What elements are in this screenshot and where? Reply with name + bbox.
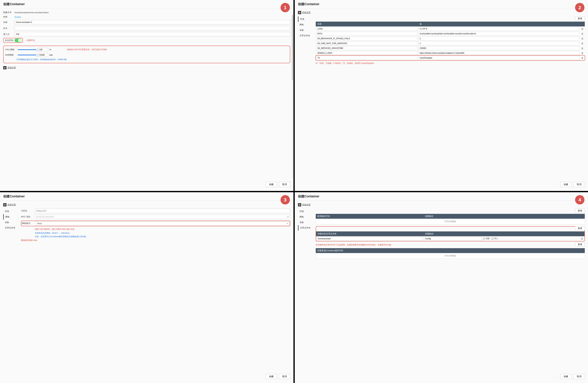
hostname-input[interactable] xyxy=(35,209,290,213)
cancel-button[interactable]: 取消 xyxy=(279,374,290,379)
shuffle-icon[interactable]: ⇄ xyxy=(287,216,289,218)
empty-row: 尚无任何数据 xyxy=(316,219,585,224)
scrollbar[interactable] xyxy=(292,15,293,179)
env-key-input[interactable] xyxy=(316,32,417,36)
env-val-input[interactable] xyxy=(419,51,579,55)
settings-sidebar: 环境 网络 设备 共享文件夹 xyxy=(298,209,314,230)
sidebar-item-net[interactable]: 网络 xyxy=(298,214,314,220)
sidebar-item-dev[interactable]: 设备 xyxy=(3,220,19,225)
entry-input[interactable] xyxy=(15,32,290,36)
mode-instruction: 网络模式选择 Host xyxy=(21,239,290,242)
cmd-input[interactable] xyxy=(15,26,290,30)
add-env-button[interactable]: 新增 xyxy=(575,17,585,21)
add-volume-button[interactable]: 新增 xyxy=(575,209,585,213)
label-mem: 内存限制 xyxy=(5,54,17,57)
add-share-button-2[interactable]: 新增 xyxy=(575,242,585,247)
sidebar-item-share[interactable]: 共享文件夹 xyxy=(298,225,314,230)
share-src-input[interactable] xyxy=(317,237,423,241)
env-key-input[interactable] xyxy=(316,51,417,55)
sidebar-item-dev[interactable]: 设备 xyxy=(298,27,314,33)
sidebar-item-share[interactable]: 共享文件夹 xyxy=(3,225,19,230)
share-note: 在挂载本机共享文件夹下点击新增，左侧选择最开始创建的文件夹地址，右侧填写/con… xyxy=(316,244,574,246)
env-key-input[interactable] xyxy=(316,41,417,45)
write-label: 写入 xyxy=(494,237,498,240)
env-key-input[interactable] xyxy=(316,37,417,40)
env-val-input[interactable] xyxy=(419,32,579,36)
share-table: 挂载本机共享文件夹 挂载路径 ✓ 读取 ✓ 写入 xyxy=(316,231,585,241)
value-kind[interactable]: Docker xyxy=(15,16,21,18)
env-row: 🗑 xyxy=(316,56,585,60)
trash-icon[interactable]: 🗑 xyxy=(580,237,584,240)
advanced-settings-link[interactable]: 高级设置 xyxy=(7,66,16,69)
env-val-input[interactable] xyxy=(419,56,579,60)
env-key-input[interactable] xyxy=(316,27,417,31)
env-val-input[interactable] xyxy=(419,37,579,40)
advanced-settings-link[interactable]: 高级设置 xyxy=(302,11,311,14)
sidebar-item-net[interactable]: 网络 xyxy=(3,214,19,220)
sidebar-item-share[interactable]: 共享文件夹 xyxy=(298,33,314,38)
dialog-title: 创建Container xyxy=(298,2,319,6)
dialog-header: 创建Container × xyxy=(295,0,588,8)
network-mode-select[interactable]: Host ▾ xyxy=(36,221,289,226)
advanced-settings-link[interactable]: 高级设置 xyxy=(7,203,16,206)
sidebar-item-env[interactable]: 环境 xyxy=(298,209,314,214)
env-val-input[interactable] xyxy=(419,41,579,45)
cpu-input[interactable] xyxy=(39,48,48,51)
cancel-button[interactable]: 取消 xyxy=(279,182,290,187)
label-image: 镜像文件 xyxy=(3,11,15,14)
mem-slider[interactable] xyxy=(18,55,37,55)
add-share-button[interactable]: 新增 xyxy=(575,226,585,230)
env-row: 🗑 xyxy=(316,51,585,56)
panel-2: 2 创建Container × ✿ 高级设置 环境 网络 设备 共享文件夹 新增 xyxy=(295,0,588,191)
sidebar-item-net[interactable]: 网络 xyxy=(298,22,314,27)
create-button[interactable]: 创建 xyxy=(266,374,277,379)
label-entry: 进入点 xyxy=(3,33,15,36)
cpu-slider[interactable] xyxy=(18,49,37,50)
table-header: 挂载本机共享文件夹 挂载路径 xyxy=(316,231,585,236)
share-dst-input[interactable] xyxy=(424,237,482,241)
col-right: 挂载路径 xyxy=(423,231,585,236)
cancel-button[interactable]: 取消 xyxy=(573,182,585,187)
trash-icon[interactable]: 🗑 xyxy=(581,28,584,30)
name-input[interactable] xyxy=(15,20,290,24)
env-val-input[interactable] xyxy=(419,46,579,50)
autostart-note: 一定要开启 xyxy=(25,39,35,41)
env-val-input[interactable] xyxy=(419,27,579,31)
create-button[interactable]: 创建 xyxy=(266,182,277,187)
table-header: 名称 值 xyxy=(316,22,585,26)
trash-icon[interactable]: 🗑 xyxy=(581,47,584,50)
env-key-input[interactable] xyxy=(316,46,417,50)
gear-icon: ✿ xyxy=(3,66,6,69)
env-key-input[interactable] xyxy=(316,56,417,60)
env-row: 🗑 xyxy=(316,41,585,46)
mem-input[interactable] xyxy=(39,53,48,57)
env-row: 🗑 xyxy=(316,26,585,31)
col-right: 挂载路径 xyxy=(423,214,585,219)
read-checkbox[interactable]: ✓ xyxy=(483,238,485,240)
label-mode: 网络模式 xyxy=(22,222,36,225)
trash-icon[interactable]: 🗑 xyxy=(581,37,584,40)
trash-icon[interactable]: 🗑 xyxy=(581,32,584,35)
cancel-button[interactable]: 取消 xyxy=(573,374,585,379)
sidebar-item-env[interactable]: 环境 xyxy=(298,17,314,22)
sidebar-item-dev[interactable]: 设备 xyxy=(298,220,314,225)
label-kind: 种类 xyxy=(3,16,15,18)
read-label: 读取 xyxy=(486,237,490,240)
advanced-settings-link[interactable]: 高级设置 xyxy=(302,203,311,206)
limits-note-red: 根据自己的 NAS 配置自定，也可以默认不更改 xyxy=(67,48,107,51)
label-hostname: 主机名 xyxy=(21,209,35,212)
share-row: ✓ 读取 ✓ 写入 🗑 xyxy=(316,236,585,241)
create-button[interactable]: 创建 xyxy=(560,182,571,187)
mode-value: Host xyxy=(37,222,42,225)
cpu-unit: % xyxy=(49,48,51,51)
trash-icon[interactable]: 🗑 xyxy=(581,42,584,45)
autostart-toggle[interactable] xyxy=(15,38,21,42)
mac-input[interactable]: 02:42:3C:54:C8:FC ⇄ xyxy=(35,215,290,219)
sidebar-item-env[interactable]: 环境 xyxy=(3,209,19,214)
create-button[interactable]: 创建 xyxy=(560,374,571,379)
write-checkbox[interactable]: ✓ xyxy=(491,238,494,240)
trash-icon[interactable]: 🗑 xyxy=(581,52,584,54)
dialog-header: 创建Container × xyxy=(0,192,294,201)
trash-icon[interactable]: 🗑 xyxy=(581,57,584,59)
settings-sidebar: 环境 网络 设备 共享文件夹 xyxy=(298,17,314,38)
